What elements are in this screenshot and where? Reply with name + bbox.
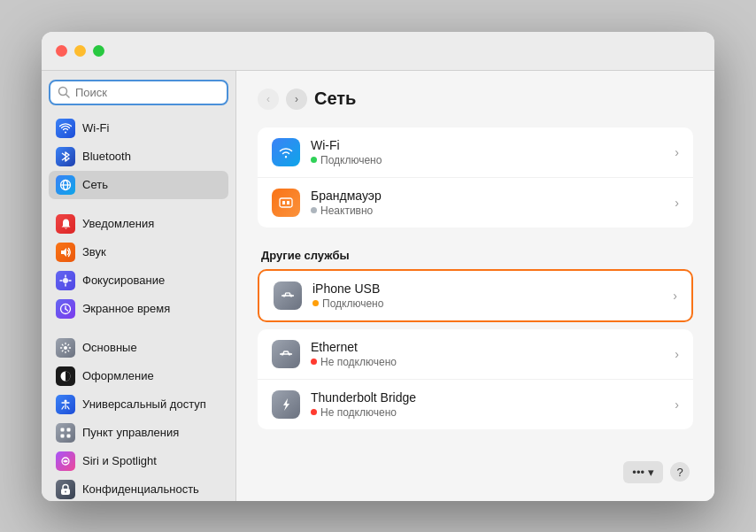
back-button[interactable]: ‹ [258,89,279,110]
svg-marker-35 [283,398,289,411]
ethernet-status-text: Не подключено [320,356,397,368]
thunderbolt-item[interactable]: Thunderbolt Bridge Не подключено › [258,380,693,429]
sidebar-item-control-label: Пункт управления [82,426,179,439]
svg-rect-15 [61,434,65,437]
sidebar-item-network[interactable]: Сеть [49,171,228,199]
iphone-usb-item[interactable]: iPhone USB Подключено › [259,271,691,320]
sidebar-item-notifications[interactable]: Уведомления [49,210,228,238]
sidebar-item-accessibility-label: Универсальный доступ [82,397,206,411]
sidebar-item-sound-label: Звук [82,245,106,258]
sidebar-item-wifi-label: Wi-Fi [82,121,109,135]
wifi-chevron-icon: › [675,145,679,159]
more-dropdown-icon: ▾ [648,466,654,479]
sidebar-item-siri-label: Siri и Spotlight [82,454,157,467]
sidebar-item-bluetooth-label: Bluetooth [82,150,131,163]
focus-icon [56,271,75,290]
iphone-usb-status: Подключено [312,297,662,310]
svg-point-10 [64,346,67,350]
firewall-status-dot [311,207,317,213]
search-box[interactable] [49,80,228,105]
control-icon [56,423,75,443]
wifi-service-icon [272,138,300,166]
firewall-status-text: Неактивно [320,204,373,217]
sidebar-item-general-label: Основные [82,341,137,354]
sidebar-item-focus-label: Фокусирование [82,274,165,287]
minimize-button[interactable] [74,45,86,57]
main-panel: ‹ › Сеть [236,71,714,501]
other-services-label: Другие службы [261,249,693,262]
thunderbolt-status-text: Не подключено [320,406,397,419]
more-dots: ••• [632,466,644,479]
search-input[interactable] [75,86,220,99]
content-area: Wi-Fi Bluetooth Сеть [42,71,714,501]
ethernet-name: Ethernet [311,340,664,354]
thunderbolt-name: Thunderbolt Bridge [311,390,664,405]
wifi-service-item[interactable]: Wi-Fi Подключено › [258,127,693,178]
sidebar-item-screentime[interactable]: Экранное время [49,295,228,323]
more-button[interactable]: ••• ▾ [623,461,663,483]
iphone-usb-info: iPhone USB Подключено [312,281,662,310]
iphone-usb-chevron-icon: › [673,289,677,303]
forward-icon: › [295,93,298,105]
sidebar-item-focus[interactable]: Фокусирование [49,266,228,295]
firewall-service-item[interactable]: Брандмауэр Неактивно › [258,178,693,227]
wifi-icon [56,119,75,138]
svg-rect-21 [282,201,285,204]
thunderbolt-status: Не подключено [311,406,664,419]
iphone-usb-name: iPhone USB [312,281,662,296]
svg-point-12 [65,399,67,402]
thunderbolt-status-dot [311,409,317,415]
search-icon [58,86,70,98]
sidebar-item-network-label: Сеть [82,178,108,191]
firewall-name: Брандмауэр [311,189,664,203]
sidebar-item-siri[interactable]: Siri и Spotlight [49,447,228,475]
sidebar-item-general[interactable]: Основные [49,334,228,362]
iphone-usb-status-dot [312,300,319,306]
iphone-usb-status-text: Подключено [322,297,383,310]
sidebar-item-notifications-label: Уведомления [82,217,154,230]
ethernet-status: Не подключено [311,356,664,368]
sidebar-item-appearance[interactable]: Оформление [49,362,228,390]
sidebar-item-control[interactable]: Пункт управления [49,419,228,447]
wifi-status-dot [311,157,317,163]
sidebar-item-privacy[interactable]: Конфиденциальность [49,475,228,501]
help-icon: ? [676,466,683,479]
iphone-usb-selected-card[interactable]: iPhone USB Подключено › [258,269,693,322]
traffic-lights [56,45,104,57]
help-button[interactable]: ? [670,462,690,482]
bluetooth-icon [56,147,75,166]
main-window: Wi-Fi Bluetooth Сеть [42,32,714,501]
svg-line-9 [66,309,68,311]
sidebar-item-sound[interactable]: Звук [49,238,228,266]
forward-button[interactable]: › [286,89,307,110]
titlebar [42,32,714,71]
firewall-status: Неактивно [311,204,664,217]
sidebar-item-accessibility[interactable]: Универсальный доступ [49,390,228,419]
wifi-name: Wi-Fi [311,138,664,152]
sidebar-item-bluetooth[interactable]: Bluetooth [49,143,228,171]
firewall-chevron-icon: › [675,196,679,210]
top-services-card: Wi-Fi Подключено › [258,127,693,227]
back-icon: ‹ [266,93,270,105]
page-title: Сеть [314,89,356,109]
sidebar-item-appearance-label: Оформление [82,369,154,382]
sidebar-item-wifi[interactable]: Wi-Fi [49,114,228,143]
notifications-icon [56,214,75,234]
svg-rect-14 [67,428,71,431]
ethernet-info: Ethernet Не подключено [311,340,664,368]
other-services-card: Ethernet Не подключено › [258,329,693,429]
ethernet-item[interactable]: Ethernet Не подключено › [258,329,693,380]
maximize-button[interactable] [93,45,104,57]
iphone-usb-icon [274,281,302,310]
accessibility-icon [56,395,75,414]
network-icon [56,175,75,195]
privacy-icon [56,480,75,499]
close-button[interactable] [56,45,67,57]
thunderbolt-icon [272,390,300,419]
svg-rect-13 [61,428,65,431]
firewall-info: Брандмауэр Неактивно [311,189,664,217]
wifi-info: Wi-Fi Подключено [311,138,664,166]
sidebar-item-privacy-label: Конфиденциальность [82,482,199,496]
svg-rect-16 [67,434,71,437]
svg-rect-22 [287,201,289,204]
